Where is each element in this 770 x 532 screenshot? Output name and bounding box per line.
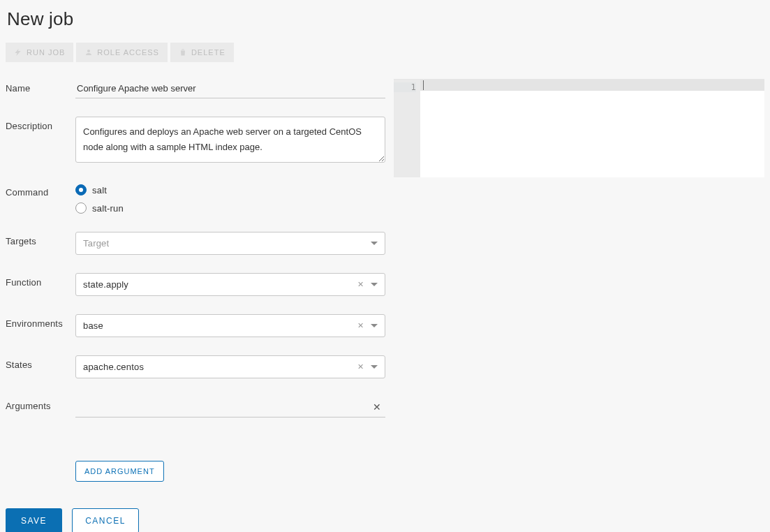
radio-dot-icon: [75, 184, 87, 195]
user-icon: [84, 48, 93, 57]
svg-point-0: [87, 50, 90, 52]
code-editor[interactable]: [420, 80, 764, 177]
radio-salt-label: salt: [92, 185, 107, 195]
targets-placeholder: Target: [83, 238, 109, 249]
function-label: Function: [6, 273, 75, 288]
argument-row: ✕: [75, 397, 385, 418]
footer: SAVE CANCEL: [6, 508, 385, 532]
description-textarea[interactable]: Configures and deploys an Apache web ser…: [75, 117, 385, 163]
environments-select[interactable]: base ✕: [75, 314, 385, 337]
function-select[interactable]: state.apply ✕: [75, 273, 385, 296]
delete-button[interactable]: DELETE: [170, 43, 234, 62]
description-label: Description: [6, 117, 75, 131]
chevron-down-icon: [371, 324, 378, 327]
states-select[interactable]: apache.centos ✕: [75, 355, 385, 378]
delete-label: DELETE: [191, 48, 225, 57]
clear-environments-icon[interactable]: ✕: [357, 321, 364, 330]
clear-states-icon[interactable]: ✕: [357, 362, 364, 371]
save-button[interactable]: SAVE: [6, 508, 62, 532]
add-argument-button[interactable]: ADD ARGUMENT: [75, 461, 164, 482]
cursor-icon: [423, 80, 424, 90]
page-title: New job: [7, 8, 764, 30]
states-label: States: [6, 355, 75, 370]
remove-argument-icon[interactable]: ✕: [370, 401, 384, 413]
radio-salt-run-label: salt-run: [92, 203, 124, 214]
lightning-icon: [14, 48, 22, 57]
radio-salt[interactable]: salt: [75, 184, 385, 195]
arguments-label: Arguments: [6, 397, 75, 411]
chevron-down-icon: [371, 242, 378, 245]
chevron-down-icon: [371, 365, 378, 369]
code-editor-panel: 1: [394, 79, 764, 177]
targets-select[interactable]: Target: [75, 232, 385, 255]
states-value: apache.centos: [83, 362, 144, 372]
editor-gutter: 1: [394, 80, 420, 177]
active-line-highlight: [420, 80, 764, 91]
environments-value: base: [83, 320, 103, 331]
trash-icon: [179, 48, 187, 57]
clear-function-icon[interactable]: ✕: [357, 280, 364, 289]
run-job-button[interactable]: RUN JOB: [6, 43, 73, 62]
line-number: 1: [394, 82, 416, 92]
cancel-button[interactable]: CANCEL: [72, 508, 139, 532]
argument-input[interactable]: [77, 401, 370, 413]
function-value: state.apply: [83, 279, 128, 290]
environments-label: Environments: [6, 314, 75, 329]
radio-dot-icon: [75, 202, 87, 214]
targets-label: Targets: [6, 232, 75, 246]
role-access-label: ROLE ACCESS: [97, 48, 159, 57]
chevron-down-icon: [371, 283, 378, 286]
toolbar: RUN JOB ROLE ACCESS DELETE: [6, 43, 764, 62]
name-label: Name: [6, 79, 75, 94]
run-job-label: RUN JOB: [27, 48, 65, 57]
name-input[interactable]: [75, 79, 385, 98]
role-access-button[interactable]: ROLE ACCESS: [76, 43, 168, 62]
command-label: Command: [6, 183, 75, 198]
radio-salt-run[interactable]: salt-run: [75, 202, 385, 214]
